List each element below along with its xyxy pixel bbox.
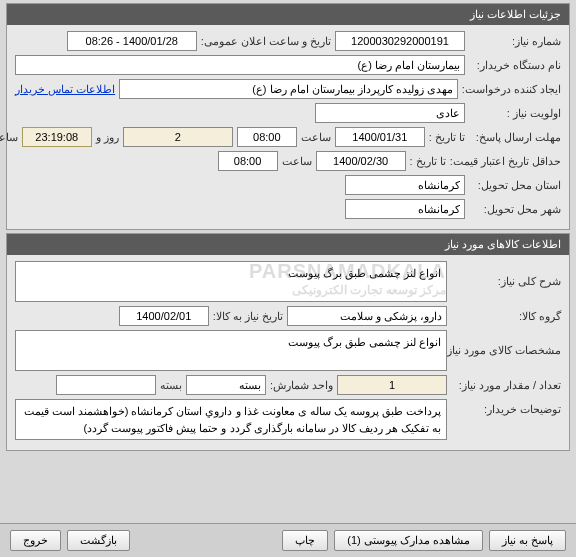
remaining-label: ساعت باقی مانده	[0, 131, 18, 144]
pack-field[interactable]	[56, 375, 156, 395]
deadline-time-field[interactable]	[237, 127, 297, 147]
need-date-field[interactable]	[119, 306, 209, 326]
attachments-button[interactable]: مشاهده مدارک پیوستی (1)	[334, 530, 483, 551]
need-desc-field[interactable]	[15, 261, 447, 302]
countdown-field	[22, 127, 92, 147]
min-validity-label: حداقل تاریخ اعتبار قیمت:	[450, 155, 561, 168]
spec-field[interactable]	[15, 330, 447, 371]
contact-link[interactable]: اطلاعات تماس خریدار	[15, 83, 115, 96]
unit-label: واحد شمارش:	[270, 379, 333, 392]
reply-button[interactable]: پاسخ به نیاز	[489, 530, 566, 551]
validity-date-field[interactable]	[316, 151, 406, 171]
validity-time-field[interactable]	[218, 151, 278, 171]
panel1-title: جزئیات اطلاعات نیاز	[7, 4, 569, 25]
spec-label: مشخصات کالای مورد نیاز:	[451, 344, 561, 357]
need-number-field[interactable]	[335, 31, 465, 51]
city-label: شهر محل تحویل:	[469, 203, 561, 216]
back-button[interactable]: بازگشت	[67, 530, 130, 551]
to-date-label: تا تاریخ :	[429, 131, 465, 144]
need-number-label: شماره نیاز:	[469, 35, 561, 48]
deadline-label: مهلت ارسال پاسخ:	[469, 131, 561, 144]
group-label: گروه کالا:	[451, 310, 561, 323]
creator-field[interactable]	[119, 79, 458, 99]
goods-info-panel: اطلاعات کالاهای مورد نیاز شرح کلی نیاز: …	[6, 233, 570, 451]
exit-button[interactable]: خروج	[10, 530, 61, 551]
qty-label: تعداد / مقدار مورد نیاز:	[451, 379, 561, 392]
public-announce-field[interactable]	[67, 31, 197, 51]
need-date-label: تاریخ نیاز به کالا:	[213, 310, 283, 323]
group-field[interactable]	[287, 306, 447, 326]
need-details-panel: جزئیات اطلاعات نیاز شماره نیاز: تاریخ و …	[6, 3, 570, 230]
footer-toolbar: پاسخ به نیاز مشاهده مدارک پیوستی (1) چاپ…	[0, 523, 576, 557]
state-label: استان محل تحویل:	[469, 179, 561, 192]
notes-label: توضیحات خریدار:	[451, 399, 561, 416]
priority-label: اولویت نیاز :	[469, 107, 561, 120]
time-label-2: ساعت	[282, 155, 312, 168]
panel2-title: اطلاعات کالاهای مورد نیاز	[7, 234, 569, 255]
validity-to-label: تا تاریخ :	[410, 155, 446, 168]
pack-label: بسته	[160, 379, 182, 392]
need-desc-label: شرح کلی نیاز:	[451, 275, 561, 288]
creator-label: ایجاد کننده درخواست:	[462, 83, 561, 96]
time-label-1: ساعت	[301, 131, 331, 144]
device-name-field[interactable]	[15, 55, 465, 75]
device-name-label: نام دستگاه خریدار:	[469, 59, 561, 72]
days-label: روز و	[96, 131, 119, 144]
notes-field[interactable]	[15, 399, 447, 440]
public-announce-label: تاریخ و ساعت اعلان عمومی:	[201, 35, 331, 48]
priority-field[interactable]	[315, 103, 465, 123]
deadline-date-field[interactable]	[335, 127, 425, 147]
print-button[interactable]: چاپ	[282, 530, 328, 551]
state-field[interactable]	[345, 175, 465, 195]
city-field[interactable]	[345, 199, 465, 219]
qty-field[interactable]	[337, 375, 447, 395]
unit-field[interactable]	[186, 375, 266, 395]
days-field	[123, 127, 233, 147]
